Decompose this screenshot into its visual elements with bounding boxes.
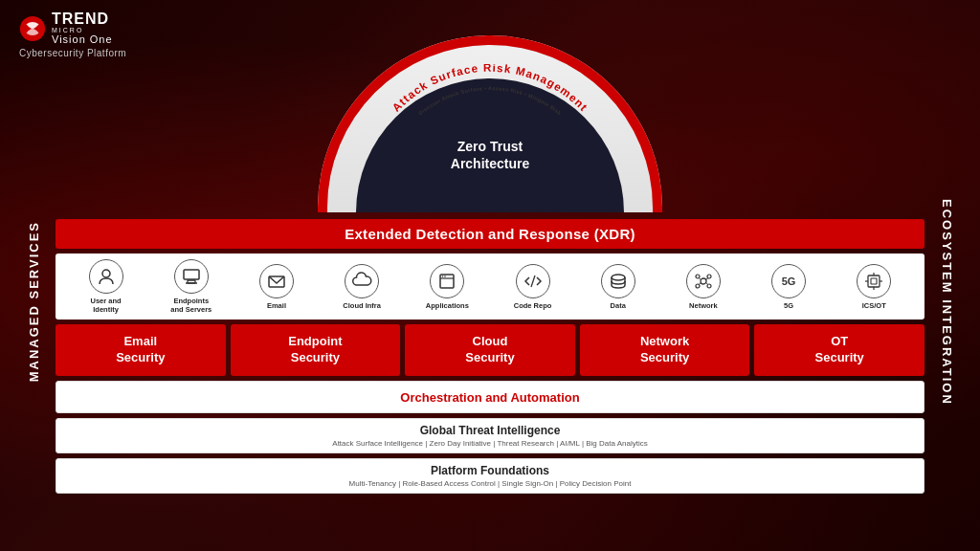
svg-point-18 bbox=[707, 284, 711, 288]
platform-foundations-subtitle: Multi-Tenancy | Role-Based Access Contro… bbox=[66, 479, 914, 488]
ics-ot-label: ICS/OT bbox=[862, 301, 886, 310]
network-label: Network bbox=[689, 301, 718, 310]
code-repo-icon bbox=[516, 264, 550, 298]
main-diagram: Zero Trust Architecture bbox=[56, 64, 924, 540]
svg-line-21 bbox=[699, 282, 701, 284]
xdr-banner: Extended Detection and Response (XDR) bbox=[56, 219, 924, 249]
ics-ot-icon bbox=[857, 264, 891, 298]
threat-intel-box: Global Threat Intelligence Attack Surfac… bbox=[56, 418, 924, 453]
icon-network: Network bbox=[679, 264, 728, 310]
icon-ics-ot: ICS/OT bbox=[849, 264, 899, 310]
endpoints-icon bbox=[174, 259, 209, 294]
ecosystem-integration-label: Ecosystem Integration bbox=[940, 199, 954, 406]
platform-foundations-box: Platform Foundations Multi-Tenancy | Rol… bbox=[56, 458, 924, 494]
cloud-security-tile: CloudSecurity bbox=[405, 324, 575, 376]
user-identity-icon bbox=[89, 259, 123, 294]
svg-point-13 bbox=[612, 275, 625, 280]
platform-label: Cybersecurity Platform bbox=[19, 48, 126, 58]
email-icon bbox=[259, 264, 294, 298]
5g-label: 5G bbox=[784, 301, 793, 310]
applications-label: Applications bbox=[426, 301, 469, 310]
micro-label: MICRO bbox=[52, 27, 113, 33]
main-container: TREND MICRO Vision One Cybersecurity Pla… bbox=[0, 0, 980, 551]
logo-text: TREND MICRO Vision One bbox=[52, 11, 113, 45]
platform-foundations-title: Platform Foundations bbox=[66, 464, 914, 477]
endpoints-label: Endpointsand Servers bbox=[170, 297, 212, 314]
icon-user-identity: User andIdentity bbox=[81, 259, 131, 314]
5g-icon: 5G bbox=[771, 264, 806, 298]
network-icon bbox=[686, 264, 721, 298]
svg-point-16 bbox=[707, 275, 711, 278]
svg-line-12 bbox=[531, 276, 535, 287]
content-area: Managed Services Zero Trust Architecture bbox=[19, 64, 961, 540]
svg-line-19 bbox=[699, 277, 701, 279]
svg-point-14 bbox=[701, 278, 706, 284]
applications-icon bbox=[430, 264, 464, 298]
icon-5g: 5G 5G bbox=[764, 264, 813, 310]
svg-point-3 bbox=[102, 270, 110, 277]
data-icon bbox=[601, 264, 635, 298]
arc-container: Zero Trust Architecture bbox=[289, 64, 691, 212]
icon-code-repo: Code Repo bbox=[508, 264, 558, 310]
icon-applications: Applications bbox=[422, 264, 472, 310]
orchestration-bar: Orchestration and Automation bbox=[56, 381, 924, 413]
trend-label: TREND bbox=[52, 11, 113, 27]
icons-row: User andIdentity Endpointsand Servers Em… bbox=[56, 253, 924, 320]
arc-svg: Attack Surface Risk Management Discover … bbox=[289, 64, 691, 212]
data-label: Data bbox=[611, 301, 626, 310]
logo-row: TREND MICRO Vision One bbox=[19, 11, 113, 45]
trend-micro-logo-icon bbox=[19, 15, 46, 42]
svg-point-17 bbox=[696, 284, 700, 288]
icon-cloud-infra: Cloud Infra bbox=[337, 264, 387, 310]
svg-line-22 bbox=[706, 282, 708, 284]
threat-intel-subtitle: Attack Surface Intelligence | Zero Day I… bbox=[66, 439, 914, 448]
vision-label: Vision One bbox=[52, 34, 113, 45]
logo-area: TREND MICRO Vision One Cybersecurity Pla… bbox=[19, 11, 172, 58]
svg-point-11 bbox=[445, 276, 447, 277]
svg-text:Discover Attack Surface  •  As: Discover Attack Surface • Assess Risk • … bbox=[417, 85, 563, 117]
managed-services-side: Managed Services bbox=[19, 64, 48, 540]
cloud-infra-icon bbox=[345, 264, 379, 298]
managed-services-label: Managed Services bbox=[27, 221, 41, 382]
orchestration-label: Orchestration and Automation bbox=[400, 390, 579, 405]
security-tiles-row: EmailSecurity EndpointSecurity CloudSecu… bbox=[56, 324, 924, 376]
ot-security-tile: OTSecurity bbox=[754, 324, 924, 376]
email-security-tile: EmailSecurity bbox=[56, 324, 226, 376]
arc-section: Zero Trust Architecture bbox=[56, 64, 924, 212]
cloud-infra-label: Cloud Infra bbox=[343, 301, 381, 310]
icon-endpoints: Endpointsand Servers bbox=[167, 259, 216, 314]
svg-point-15 bbox=[696, 275, 700, 278]
svg-rect-24 bbox=[871, 278, 877, 284]
ecosystem-integration-side: Ecosystem Integration bbox=[932, 64, 961, 540]
threat-intel-title: Global Threat Intelligence bbox=[66, 424, 914, 437]
svg-rect-4 bbox=[184, 270, 199, 279]
user-identity-label: User andIdentity bbox=[91, 297, 122, 314]
svg-point-10 bbox=[442, 276, 444, 277]
email-label: Email bbox=[267, 301, 286, 310]
endpoint-security-tile: EndpointSecurity bbox=[231, 324, 401, 376]
icon-email: Email bbox=[252, 264, 301, 310]
code-repo-label: Code Repo bbox=[514, 301, 552, 310]
svg-line-20 bbox=[706, 277, 708, 279]
icon-data: Data bbox=[593, 264, 643, 310]
network-security-tile: NetworkSecurity bbox=[580, 324, 750, 376]
svg-rect-23 bbox=[868, 276, 880, 287]
